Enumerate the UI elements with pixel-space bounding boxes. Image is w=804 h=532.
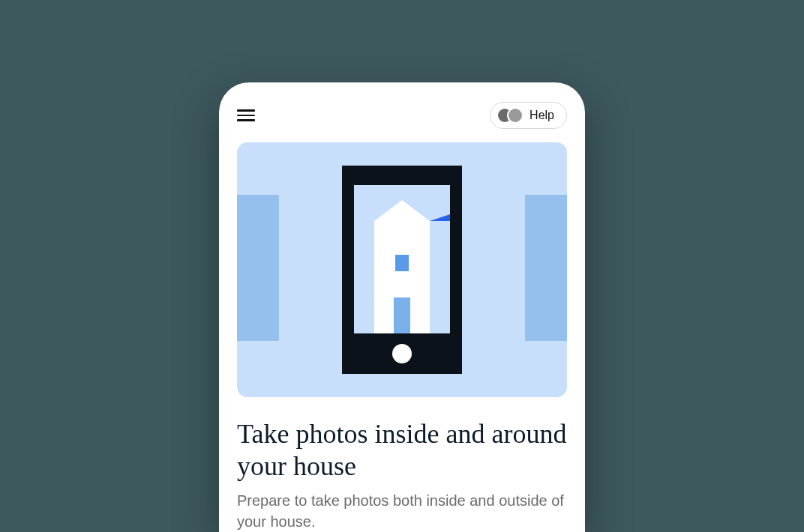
avatar-cluster <box>496 107 524 124</box>
roof-accent-icon <box>430 211 450 221</box>
door-icon <box>394 297 410 333</box>
phone-icon <box>342 166 462 374</box>
phone-house-illustration <box>237 142 567 397</box>
phone-frame: Help Take photos inside and around yo <box>219 82 585 532</box>
avatar-icon <box>507 107 524 124</box>
help-label: Help <box>530 109 554 122</box>
house-icon <box>374 221 430 333</box>
illustration-block <box>237 195 279 341</box>
illustration-block <box>525 195 567 341</box>
header: Help <box>219 82 585 142</box>
page-title: Take photos inside and around your house <box>237 418 567 483</box>
roof-icon <box>374 200 430 221</box>
phone-screen <box>354 185 450 333</box>
page-subtitle: Prepare to take photos both inside and o… <box>237 490 567 532</box>
menu-icon[interactable] <box>237 109 255 121</box>
home-button-icon <box>392 344 412 363</box>
window-icon <box>395 255 409 271</box>
content: Take photos inside and around your house… <box>219 142 585 532</box>
help-button[interactable]: Help <box>490 102 567 129</box>
